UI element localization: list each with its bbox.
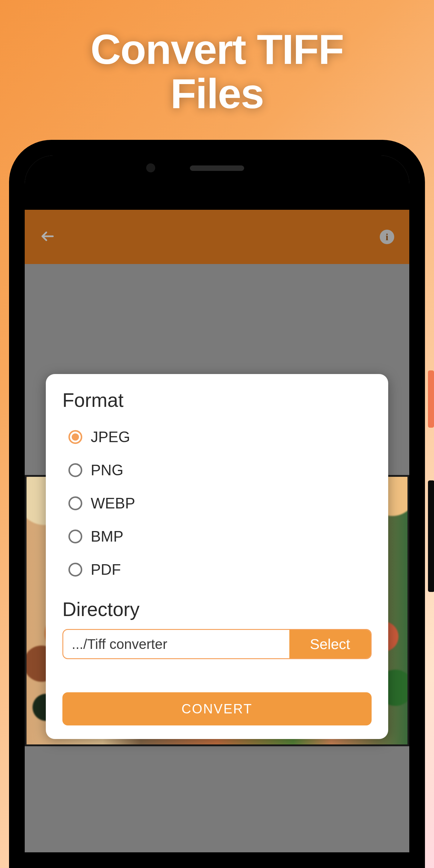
phone-volume-button — [428, 480, 434, 592]
phone-speaker — [190, 165, 244, 171]
radio-label: PDF — [91, 561, 121, 578]
promo-title: Convert TIFF Files — [90, 27, 343, 116]
format-radio-group: JPEG PNG WEBP — [62, 421, 372, 586]
info-icon[interactable]: i — [380, 230, 394, 244]
status-bar — [25, 156, 409, 210]
radio-webp[interactable]: WEBP — [68, 487, 372, 520]
radio-button-icon — [68, 530, 82, 544]
format-section-title: Format — [62, 389, 372, 411]
radio-bmp[interactable]: BMP — [68, 520, 372, 553]
radio-png[interactable]: PNG — [68, 454, 372, 487]
radio-button-icon — [68, 496, 82, 510]
phone-power-button — [428, 370, 434, 428]
radio-label: PNG — [91, 461, 123, 479]
radio-label: WEBP — [91, 495, 135, 512]
radio-button-icon — [68, 430, 82, 444]
directory-path-field[interactable]: .../Tiff converter — [63, 630, 289, 658]
select-button[interactable]: Select — [289, 630, 371, 658]
radio-label: BMP — [91, 528, 123, 545]
directory-row: .../Tiff converter Select — [62, 629, 372, 659]
app-bar: i — [25, 210, 409, 264]
radio-label: JPEG — [91, 428, 130, 446]
phone-mockup: i Format JPEG — [3, 140, 431, 868]
convert-dialog: Format JPEG PNG — [46, 374, 388, 739]
phone-camera — [146, 163, 155, 173]
radio-button-icon — [68, 463, 82, 477]
radio-pdf[interactable]: PDF — [68, 553, 372, 586]
directory-section-title: Directory — [62, 598, 372, 621]
phone-screen: i Format JPEG — [25, 156, 409, 852]
content-area: Format JPEG PNG — [25, 264, 409, 852]
back-arrow-icon[interactable] — [40, 228, 56, 245]
radio-jpeg[interactable]: JPEG — [68, 421, 372, 454]
radio-button-icon — [68, 563, 82, 577]
convert-button[interactable]: CONVERT — [62, 692, 372, 725]
